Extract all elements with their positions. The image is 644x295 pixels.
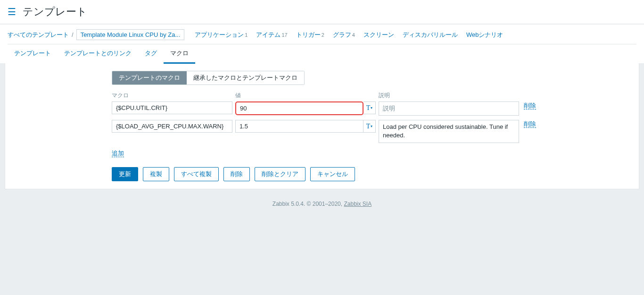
add-macro-button[interactable]: 追加: [112, 150, 124, 157]
tab-0[interactable]: テンプレート: [8, 44, 58, 63]
text-type-icon: T: [366, 123, 371, 130]
macro-value-input[interactable]: [235, 101, 363, 115]
sub-navigation: すべてのテンプレート / Template Module Linux CPU b…: [0, 24, 644, 63]
top-menu-count-0: 1: [245, 32, 248, 38]
top-menu-item-2[interactable]: トリガー: [296, 31, 321, 38]
delete-clear-button[interactable]: 削除とクリア: [255, 167, 305, 181]
tabs: テンプレートテンプレートとのリンクタグマクロ: [8, 44, 636, 63]
breadcrumb-separator: /: [72, 31, 74, 38]
top-menu-item-1[interactable]: アイテム: [256, 31, 281, 38]
tab-1[interactable]: テンプレートとのリンク: [58, 44, 138, 63]
breadcrumb: すべてのテンプレート / Template Module Linux CPU b…: [8, 25, 636, 44]
chevron-down-icon: ▾: [371, 124, 372, 128]
macro-type-button[interactable]: T▾: [363, 120, 376, 133]
form-buttons: 更新 複製 すべて複製 削除 削除とクリア キャンセル: [112, 167, 631, 181]
top-menu-count-2: 2: [322, 32, 324, 38]
header: ☰ テンプレート: [0, 0, 644, 24]
top-menu-item-4[interactable]: スクリーン: [363, 31, 394, 38]
col-header-macro: マクロ: [112, 92, 232, 100]
top-menu-item-6[interactable]: Webシナリオ: [466, 31, 504, 38]
footer-link[interactable]: Zabbix SIA: [344, 201, 372, 207]
top-menu-item-0[interactable]: アプリケーション: [195, 31, 244, 38]
col-header-description: 説明: [379, 92, 519, 100]
clone-button[interactable]: 複製: [143, 167, 169, 181]
toggle-inherited-macros[interactable]: 継承したマクロとテンプレートマクロ: [187, 71, 304, 84]
footer-text: Zabbix 5.0.4. © 2001–2020,: [272, 201, 344, 207]
macro-table-header: マクロ 値 説明: [112, 92, 631, 100]
page-title: テンプレート: [23, 5, 87, 19]
macro-table: マクロ 値 説明 T▾削除T▾削除 追加: [112, 92, 631, 158]
content-panel: テンプレートのマクロ 継承したマクロとテンプレートマクロ マクロ 値 説明 T▾…: [5, 63, 639, 189]
tab-3[interactable]: マクロ: [164, 44, 195, 64]
full-clone-button[interactable]: すべて複製: [174, 167, 219, 181]
delete-button[interactable]: 削除: [223, 167, 250, 181]
macro-row: T▾削除: [112, 101, 631, 117]
macro-view-toggle: テンプレートのマクロ 継承したマクロとテンプレートマクロ: [112, 71, 305, 85]
hamburger-menu-icon[interactable]: ☰: [8, 6, 16, 17]
update-button[interactable]: 更新: [112, 167, 138, 181]
macro-description-input[interactable]: [379, 101, 519, 116]
macro-description-input[interactable]: [379, 120, 519, 143]
top-menu-count-1: 17: [281, 32, 287, 38]
chevron-down-icon: ▾: [371, 106, 372, 110]
macro-delete-button[interactable]: 削除: [524, 102, 536, 110]
toggle-template-macros[interactable]: テンプレートのマクロ: [112, 71, 187, 84]
text-type-icon: T: [366, 104, 371, 112]
footer: Zabbix 5.0.4. © 2001–2020, Zabbix SIA: [0, 194, 644, 214]
macro-name-input[interactable]: [112, 101, 232, 114]
cancel-button[interactable]: キャンセル: [310, 167, 355, 181]
add-macro-row: 追加: [112, 149, 631, 158]
col-header-value: 値: [235, 92, 376, 100]
top-menu-count-3: 4: [352, 32, 355, 38]
top-menu-item-5[interactable]: ディスカバリルール: [403, 31, 458, 38]
macro-delete-button[interactable]: 削除: [524, 120, 536, 128]
tab-2[interactable]: タグ: [138, 44, 164, 63]
breadcrumb-current[interactable]: Template Module Linux CPU by Za...: [76, 29, 185, 40]
macro-type-button[interactable]: T▾: [363, 101, 376, 114]
macro-row: T▾削除: [112, 120, 631, 144]
breadcrumb-all-templates[interactable]: すべてのテンプレート: [8, 31, 69, 39]
top-menu-item-3[interactable]: グラフ: [333, 31, 351, 38]
macro-name-input[interactable]: [112, 120, 232, 133]
macro-value-input[interactable]: [235, 120, 363, 133]
